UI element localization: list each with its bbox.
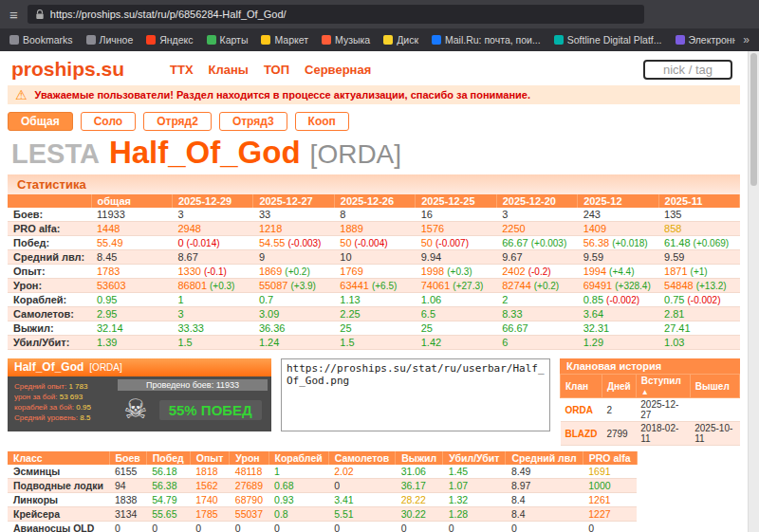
clan-column-header: Вышел [690,375,739,398]
tab-Отряд3[interactable]: Отряд3 [219,112,287,131]
clan-column-header[interactable]: Вступил ▲ [636,375,690,398]
nav-link[interactable]: Кланы [209,63,249,77]
stat-cell: 54848(+13.2) [658,279,739,293]
class-cell: 1691 [583,465,637,479]
bookmark-item[interactable]: Яндекс [146,34,193,46]
class-value: 8.4 [511,508,526,520]
bookmark-label: Диск [397,34,418,46]
stat-cell: 61.48(+0.069) [658,236,739,250]
stat-value: 27.41 [664,322,691,334]
class-cell: 94 [109,479,146,493]
tab-Отряд2[interactable]: Отряд2 [143,112,212,131]
class-value: 0 [334,480,340,491]
stats-row: Убил/Убит:1.391.51.241.51.4261.291.03 [8,336,740,350]
bookmark-item[interactable]: Личное [86,34,134,46]
page-scrollbar[interactable] [748,51,759,532]
stat-cell: 9.67 [496,250,577,265]
url-bar[interactable]: https://proships.su/stat/ru/p/6856284-Ha… [28,5,644,24]
bookmark-item[interactable]: Диск [383,34,418,46]
clan-name-cell[interactable]: ORDA [561,398,602,422]
clan-name-cell[interactable]: BLAZD [561,422,602,446]
tab-Соло[interactable]: Соло [81,112,137,131]
class-value: 1691 [588,466,610,477]
stat-delta: (-0.007) [435,238,469,248]
clan-column-header: Дней [602,375,636,398]
stat-value: 2948 [177,223,200,234]
class-value: 0 [511,523,517,532]
bookmark-item[interactable]: Softline Digital Platf... [554,34,662,46]
nav-link[interactable]: ТОП [264,63,289,77]
stat-value: 135 [664,209,681,220]
stats-row-label: Побед: [8,236,91,250]
bookmark-item[interactable]: Mail.Ru: почта, пои... [432,34,541,46]
class-cell: 28.22 [396,493,443,507]
userbar-body: Средний опыт: 1 783урон за бой: 53 693ко… [8,376,271,431]
stat-value: 8.33 [502,308,522,320]
stat-delta: (+6.5) [372,281,397,291]
stat-value: 0.85 [583,294,603,305]
nav-link[interactable]: Серверная [305,63,371,77]
class-value: 94 [115,480,126,491]
userbar-stat-line: Средний уровень: 8.5 [14,413,116,423]
stat-value: 53603 [97,280,126,291]
scrollbar-thumb[interactable] [750,53,757,186]
class-cell: 1.32 [443,493,506,507]
stat-cell: 3 [172,307,252,321]
stat-value: 11933 [97,209,125,220]
stat-value: 8.45 [97,251,117,263]
stat-cell: 8.67 [172,250,252,265]
player-clan-tag[interactable]: [ORDA] [310,139,401,170]
class-value: 2.02 [334,466,353,477]
stat-cell: 33 [253,208,334,222]
bookmark-item[interactable]: Карты [207,34,249,46]
stat-delta: (+1) [691,266,708,277]
clan-cell: 2 [602,398,636,422]
site-logo[interactable]: proships.su [11,58,124,81]
stat-cell: 9.59 [658,250,739,265]
stat-cell: 74061(+27.3) [416,279,496,293]
userbar-clan-tag: [ORDA] [89,362,121,373]
class-value: 0.93 [274,494,293,505]
stat-cell: 50(-0.004) [334,236,415,250]
class-cell: 0 [506,522,583,532]
class-cell: 1838 [109,493,146,507]
stat-cell: 2 [496,293,577,307]
class-value: 68790 [235,494,263,505]
stats-row: Побед:55.490(-0.014)54.55(-0.003)50(-0.0… [8,236,740,250]
clan-cell [690,398,739,422]
nick-tag-search-input[interactable]: nick / tag [643,60,732,80]
nav-link[interactable]: ТТХ [170,63,194,77]
stat-cell: 0.7 [253,293,334,307]
class-value: 56.18 [152,466,176,477]
stat-cell: 32.14 [91,321,172,336]
browser-window: ≡ https://proships.su/stat/ru/p/6856284-… [0,0,759,532]
class-value: 31.06 [401,466,426,477]
class-row-label: Эсминцы [8,465,109,479]
bookmark-item[interactable]: Электронный дневн... [676,34,736,46]
bookmark-label: Личное [100,34,134,46]
stat-value: 63441 [340,280,369,291]
stat-value: 9 [259,251,265,263]
stat-cell: 55.49 [91,236,172,250]
clan-cell: 2018-02-11 [636,422,690,446]
class-column-header: Опыт [190,451,230,465]
stats-row: Самолетов:2.9533.092.256.58.333.642.81 [8,307,740,321]
menu-icon[interactable]: ≡ [9,7,18,23]
bookmarks-overflow-icon[interactable]: » [735,33,750,46]
stat-cell: 2.81 [658,307,739,321]
bookmark-item[interactable]: Музыка [322,34,370,46]
stats-row: PRO alfa:1448294812181889157622501409858 [8,222,740,236]
class-cell: 0 [146,522,190,532]
stat-value: 2402 [502,266,525,277]
stat-cell: 3.64 [578,307,658,321]
bookmark-item[interactable]: Маркет [261,34,308,46]
stats-row-label: Средний лвл: [8,250,91,265]
tab-Общая[interactable]: Общая [8,112,73,131]
tab-Кооп[interactable]: Кооп [295,112,349,131]
bookmark-favicon [554,35,564,45]
userbar-stat-line: Средний опыт: 1 783 [14,381,116,392]
userbar-url-textarea[interactable]: https://proships.su/stat/ru/userbar/Half… [281,358,550,431]
bookmark-item[interactable]: Bookmarks [9,34,73,46]
stat-cell: 1.29 [578,336,658,350]
stat-cell: 50(-0.007) [416,236,496,250]
